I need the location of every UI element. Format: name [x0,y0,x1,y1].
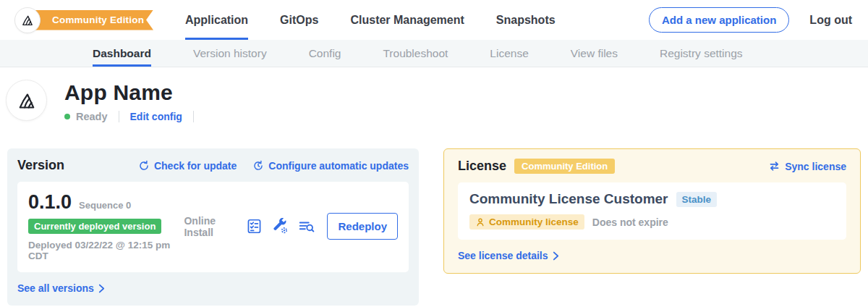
dashboard-cards: Version Check for update [0,148,868,306]
subnav-license[interactable]: License [490,40,528,67]
install-type-label: Online Install [184,215,235,238]
kots-admin-console: Community Edition Application GitOps Clu… [0,0,868,307]
license-card: License Community Edition Sync license [443,148,861,274]
edit-config-link[interactable]: Edit config [130,111,182,122]
version-number: 0.1.0 [28,191,72,214]
redeploy-button[interactable]: Redeploy [327,213,398,240]
app-header: App Name Ready Edit config [0,67,868,122]
topbar-right: Add a new application Log out [649,7,852,33]
preflight-checks-icon[interactable] [246,218,263,235]
replicated-logo-icon[interactable] [14,7,41,33]
topnav-snapshots[interactable]: Snapshots [496,0,556,40]
channel-badge: Stable [676,192,718,207]
version-card: Version Check for update [7,148,419,306]
subnav-registry-settings[interactable]: Registry settings [660,40,743,67]
topnav-cluster-management[interactable]: Cluster Management [350,0,464,40]
subnav-view-files[interactable]: View files [571,40,618,67]
subnav-dashboard[interactable]: Dashboard [93,40,151,67]
primary-nav: Application GitOps Cluster Management Sn… [185,0,556,40]
license-card-title: License [458,159,506,174]
chevron-right-icon [553,251,559,261]
logout-link[interactable]: Log out [809,14,852,27]
sync-license-link[interactable]: Sync license [768,160,846,172]
divider [119,111,119,122]
status-label: Ready [76,111,108,122]
config-wrench-icon[interactable] [272,218,289,235]
sequence-label: Sequence 0 [79,200,131,211]
check-for-update-link[interactable]: Check for update [138,160,237,172]
version-card-title: Version [17,158,64,173]
app-subnav: Dashboard Version history Config Trouble… [0,40,868,67]
edition-badge: Community Edition [514,159,615,174]
current-version-panel: 0.1.0 Sequence 0 Currently deployed vers… [17,182,409,272]
expiry-label: Does not expire [592,216,668,228]
add-application-button[interactable]: Add a new application [649,7,789,33]
subnav-troubleshoot[interactable]: Troubleshoot [383,40,448,67]
community-edition-label: Community Edition [52,14,144,25]
top-navbar: Community Edition Application GitOps Clu… [0,0,868,40]
community-edition-ribbon: Community Edition [30,10,153,30]
person-icon [475,217,485,227]
configure-auto-updates-link[interactable]: Configure automatic updates [252,160,409,172]
see-all-versions-link[interactable]: See all versions [17,282,105,294]
see-license-details-link[interactable]: See license details [458,250,559,261]
topnav-gitops[interactable]: GitOps [280,0,318,40]
view-logs-icon[interactable] [298,219,315,234]
refresh-icon [138,160,150,172]
topnav-application[interactable]: Application [185,0,248,40]
deployed-badge: Currently deployed version [28,219,161,234]
app-icon [6,80,47,121]
customer-name: Community License Customer [469,191,668,207]
page-title: App Name [64,80,199,105]
deployed-timestamp: Deployed 03/22/22 @ 12:15 pm CDT [28,240,184,261]
license-details-panel: Community License Customer Stable Commun… [458,182,846,240]
chevron-right-icon [98,284,105,293]
status-dot [64,114,70,119]
app-status-row: Ready Edit config [64,111,199,122]
sync-icon [768,160,780,172]
subnav-version-history[interactable]: Version history [193,40,267,67]
brand: Community Edition [14,7,153,33]
subnav-config[interactable]: Config [309,40,341,67]
schedule-update-icon [252,160,264,172]
divider [193,111,194,122]
license-type-badge: Community license [469,214,584,230]
